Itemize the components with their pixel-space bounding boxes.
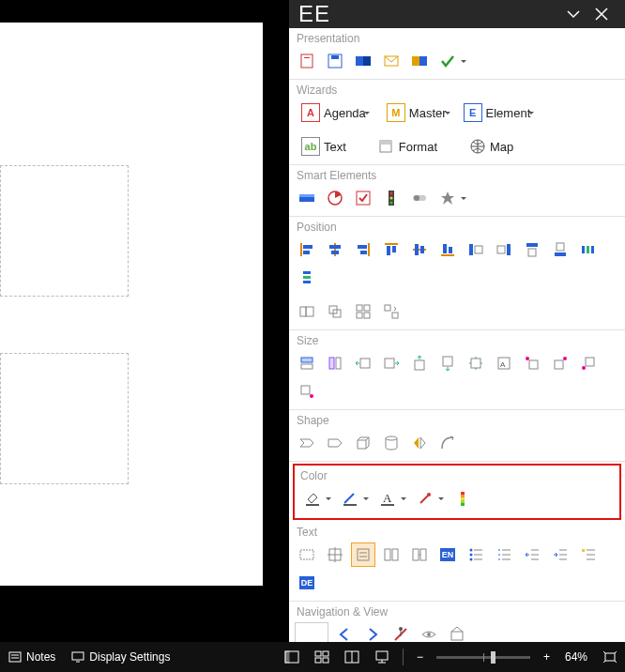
- view-sorter-button[interactable]: [307, 642, 337, 672]
- check-icon[interactable]: [435, 49, 469, 73]
- color-scale-icon[interactable]: [450, 486, 475, 511]
- distribute-v-icon[interactable]: [295, 266, 319, 290]
- numbering-icon[interactable]: [492, 542, 516, 567]
- svg-rect-29: [358, 245, 367, 249]
- section-label-shape: Shape: [289, 410, 625, 427]
- email-batch-icon[interactable]: [407, 49, 432, 73]
- zoom-slider[interactable]: [436, 656, 530, 659]
- zoom-in-button[interactable]: +: [536, 642, 557, 672]
- fill-color-button[interactable]: [300, 486, 334, 511]
- increase-indent-icon[interactable]: [548, 542, 572, 567]
- line-color-button[interactable]: [338, 486, 372, 511]
- swap-icon[interactable]: [379, 299, 404, 324]
- map-button[interactable]: Map: [463, 134, 520, 159]
- anchor-tl-icon[interactable]: [520, 351, 544, 375]
- wrap-icon[interactable]: [323, 542, 347, 567]
- decrease-indent-icon[interactable]: [520, 542, 544, 567]
- fit-all-icon[interactable]: [464, 351, 488, 375]
- no-wrap-icon[interactable]: [295, 542, 319, 567]
- email-icon[interactable]: [379, 49, 404, 73]
- align-center-h-icon[interactable]: [323, 237, 347, 262]
- flip-icon[interactable]: [407, 431, 432, 455]
- star-icon[interactable]: [435, 186, 469, 210]
- align-top-icon[interactable]: [379, 237, 404, 262]
- element-button[interactable]: E Element: [457, 100, 538, 125]
- panel-title-text: EE: [298, 1, 330, 27]
- traffic-light-icon[interactable]: [379, 186, 404, 210]
- autosize-icon[interactable]: A: [492, 351, 516, 375]
- content-placeholder[interactable]: [0, 165, 129, 297]
- svg-point-79: [582, 366, 586, 370]
- fit-window-button[interactable]: [595, 642, 625, 672]
- align-bottom-icon[interactable]: [435, 237, 460, 262]
- svg-rect-82: [301, 386, 310, 394]
- dock-bottom-icon[interactable]: [548, 237, 572, 262]
- anchor-tr-icon[interactable]: [548, 351, 572, 375]
- align-left-icon[interactable]: [295, 237, 319, 262]
- stretch-right-icon[interactable]: [379, 351, 404, 375]
- collapse-button[interactable]: [559, 0, 587, 28]
- format-button[interactable]: Format: [372, 134, 444, 159]
- view-normal-button[interactable]: [277, 642, 307, 672]
- master-icon: M: [387, 103, 405, 122]
- save-batch-icon[interactable]: [351, 49, 375, 73]
- eyedropper-button[interactable]: [413, 486, 447, 511]
- lang-en-icon[interactable]: EN: [435, 542, 460, 567]
- cube-icon[interactable]: [351, 431, 375, 455]
- cylinder-icon[interactable]: [379, 431, 404, 455]
- same-width-icon[interactable]: [295, 351, 319, 375]
- zoom-out-button[interactable]: −: [409, 642, 431, 672]
- stretch-up-icon[interactable]: [407, 351, 432, 375]
- checkbox-icon[interactable]: [351, 186, 375, 210]
- agenda-button[interactable]: A Agenda: [295, 100, 373, 125]
- font-color-button[interactable]: A: [375, 486, 409, 511]
- view-reading-button[interactable]: [337, 642, 367, 672]
- display-settings-button[interactable]: Display Settings: [63, 642, 177, 672]
- new-slide-icon[interactable]: [295, 49, 319, 73]
- close-button[interactable]: [587, 0, 616, 28]
- pie-icon[interactable]: [323, 186, 347, 210]
- same-height-icon[interactable]: [323, 351, 347, 375]
- content-placeholder[interactable]: [0, 353, 129, 484]
- text-wizard-button[interactable]: ab Text: [295, 134, 353, 159]
- align-right-icon[interactable]: [351, 237, 375, 262]
- svg-rect-101: [385, 549, 390, 560]
- slide-page[interactable]: [0, 23, 263, 586]
- bullets-icon[interactable]: [464, 542, 488, 567]
- section-label-smart: Smart Elements: [289, 165, 625, 182]
- dock-right-icon[interactable]: [492, 237, 516, 262]
- autofit-icon[interactable]: [351, 542, 375, 567]
- master-button[interactable]: M Master: [380, 100, 453, 125]
- section-label-presentation: Presentation: [289, 28, 625, 45]
- anchor-br-icon[interactable]: [295, 379, 319, 404]
- save-icon[interactable]: [323, 49, 347, 73]
- split-h-icon[interactable]: [379, 542, 404, 567]
- view-slideshow-button[interactable]: [367, 642, 397, 672]
- stretch-left-icon[interactable]: [351, 351, 375, 375]
- switch-icon[interactable]: [407, 186, 432, 210]
- chevron-icon[interactable]: [295, 431, 319, 455]
- section-label-wizards: Wizards: [289, 80, 625, 97]
- dock-top-icon[interactable]: [520, 237, 544, 262]
- zoom-value[interactable]: 64%: [557, 642, 595, 672]
- golden-ratio-icon[interactable]: [295, 299, 319, 324]
- svg-rect-40: [469, 244, 473, 255]
- document-area: [0, 0, 282, 614]
- curve-icon[interactable]: [435, 431, 460, 455]
- progress-bar-icon[interactable]: [295, 186, 319, 210]
- distribute-h-icon[interactable]: [576, 237, 601, 262]
- svg-rect-98: [358, 549, 369, 560]
- merge-icon[interactable]: [407, 542, 432, 567]
- dock-left-icon[interactable]: [464, 237, 488, 262]
- align-middle-v-icon[interactable]: [407, 237, 432, 262]
- stretch-down-icon[interactable]: [435, 351, 460, 375]
- stack-icon[interactable]: [323, 299, 347, 324]
- pentagon-icon[interactable]: [323, 431, 347, 455]
- anchor-bl-icon[interactable]: [576, 351, 601, 375]
- svg-rect-27: [331, 251, 339, 254]
- grid-2x2-icon[interactable]: [351, 299, 375, 324]
- highlight-list-icon[interactable]: [576, 542, 601, 567]
- lang-de-icon[interactable]: DE: [295, 571, 319, 595]
- svg-rect-32: [387, 246, 390, 255]
- notes-button[interactable]: Notes: [0, 642, 63, 672]
